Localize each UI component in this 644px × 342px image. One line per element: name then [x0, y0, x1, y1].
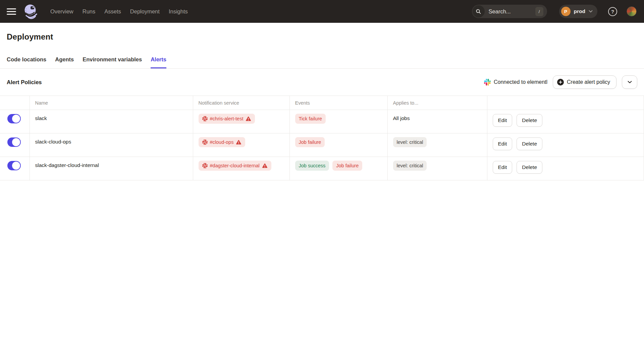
policy-enabled-toggle[interactable] [7, 137, 21, 147]
dagster-cloud-logo[interactable] [23, 3, 38, 19]
chevron-down-icon [589, 10, 593, 13]
section-title: Alert Policies [7, 79, 42, 86]
applies-to-badge: level: critical [393, 161, 427, 171]
table-row: slack-dagster-cloud-internal #dagster-cl… [0, 157, 644, 180]
channel-name: #cloud-ops [210, 139, 234, 145]
notification-channel-badge: #chris-alert-test [199, 114, 255, 124]
create-alert-policy-label: Create alert policy [567, 79, 610, 85]
create-alert-policy-button[interactable]: Create alert policy [553, 75, 616, 89]
col-name: Name [30, 96, 193, 110]
table-row: slack #chris-alert-test [0, 110, 644, 133]
edit-button[interactable]: Edit [493, 114, 513, 127]
table-header-row: Name Notification service Events Applies… [0, 96, 644, 110]
policy-name: slack [30, 110, 193, 133]
col-applies-to: Applies to... [387, 96, 487, 110]
slack-icon [202, 116, 208, 121]
tab-environment-variables[interactable]: Environment variables [83, 56, 142, 68]
org-name: prod [574, 8, 585, 14]
search-placeholder: Search... [489, 8, 535, 15]
col-toggle [0, 96, 30, 110]
delete-button[interactable]: Delete [517, 114, 542, 127]
col-actions [487, 96, 644, 110]
event-badge: Job success [295, 161, 329, 171]
table-row: slack-cloud-ops #cloud-ops [0, 133, 644, 157]
applies-to-value: All jobs [387, 110, 487, 133]
alert-policies-header: Alert Policies Connected to elementl Cre… [0, 69, 644, 96]
edit-button[interactable]: Edit [493, 137, 513, 150]
event-badge: Job failure [295, 137, 325, 147]
slack-icon [202, 139, 208, 145]
notification-channel-badge: #dagster-cloud-internal [199, 161, 271, 171]
tab-alerts[interactable]: Alerts [151, 56, 166, 68]
warning-icon[interactable] [246, 116, 251, 122]
warning-icon[interactable] [236, 139, 241, 145]
help-button[interactable]: ? [608, 7, 617, 16]
connected-text: Connected to elementl [494, 79, 547, 85]
policy-enabled-toggle[interactable] [7, 161, 21, 170]
nav-item-deployment[interactable]: Deployment [130, 8, 160, 15]
col-events: Events [289, 96, 387, 110]
chevron-down-icon [628, 81, 632, 83]
search-shortcut-key: / [535, 7, 543, 16]
warning-icon[interactable] [262, 163, 268, 169]
page-title: Deployment [7, 32, 637, 42]
event-badge: Job failure [332, 161, 362, 171]
user-avatar[interactable] [627, 6, 637, 16]
top-navbar: Overview Runs Assets Deployment Insights… [0, 0, 644, 23]
policy-name: slack-dagster-cloud-internal [30, 157, 193, 180]
alert-policies-table: Name Notification service Events Applies… [0, 96, 644, 180]
notification-channel-badge: #cloud-ops [199, 137, 246, 147]
slack-icon [202, 163, 208, 168]
dagster-octopus-icon [23, 3, 38, 19]
slack-connection-status: Connected to elementl [484, 79, 547, 86]
nav-item-overview[interactable]: Overview [50, 8, 73, 15]
edit-button[interactable]: Edit [493, 161, 513, 174]
nav-item-runs[interactable]: Runs [83, 8, 96, 15]
slack-icon [484, 79, 491, 86]
tab-agents[interactable]: Agents [55, 56, 74, 68]
col-notification-service: Notification service [193, 96, 289, 110]
policy-enabled-toggle[interactable] [7, 114, 21, 123]
org-avatar: P [561, 7, 571, 16]
primary-nav: Overview Runs Assets Deployment Insights [50, 8, 188, 15]
search-icon [473, 5, 485, 17]
policy-name: slack-cloud-ops [30, 133, 193, 157]
delete-button[interactable]: Delete [517, 161, 542, 174]
nav-item-assets[interactable]: Assets [104, 8, 121, 15]
deployment-tabs: Code locations Agents Environment variab… [0, 56, 644, 69]
deployment-switcher[interactable]: P prod [559, 5, 597, 18]
search-input[interactable]: Search... / [472, 5, 547, 18]
help-question-icon: ? [611, 9, 614, 14]
channel-name: #dagster-cloud-internal [210, 163, 260, 168]
create-policy-more-options-button[interactable] [622, 75, 637, 89]
event-badge: Tick failure [295, 114, 326, 124]
delete-button[interactable]: Delete [517, 137, 542, 150]
channel-name: #chris-alert-test [210, 116, 244, 121]
plus-icon [557, 79, 564, 86]
hamburger-menu-icon[interactable] [7, 8, 16, 15]
tab-code-locations[interactable]: Code locations [7, 56, 46, 68]
nav-item-insights[interactable]: Insights [169, 8, 188, 15]
applies-to-badge: level: critical [393, 137, 427, 147]
